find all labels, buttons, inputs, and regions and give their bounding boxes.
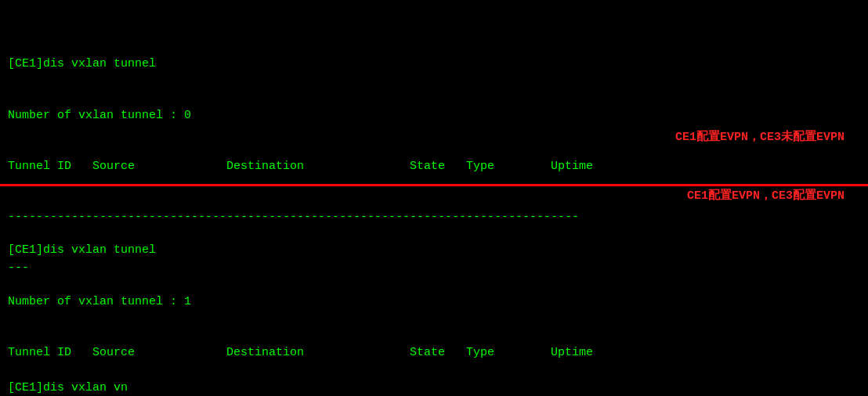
line-2: Number of vxlan tunnel : 0 <box>8 107 860 124</box>
annotation-bottom: CE1配置EVPN，CE3配置EVPN <box>687 188 844 203</box>
line-14: Number of vxlan tunnel : 1 <box>8 293 615 311</box>
line-13: [CE1]dis vxlan tunnel <box>8 242 615 259</box>
line-3: Tunnel ID Source Destination State Type … <box>8 158 860 175</box>
terminal-bottom: [CE1]dis vxlan tunnel Number of vxlan tu… <box>0 186 623 396</box>
line-15: Tunnel ID Source Destination State Type … <box>8 344 615 362</box>
line-1: [CE1]dis vxlan tunnel <box>8 56 860 73</box>
annotation-top: CE1配置EVPN，CE3未配置EVPN <box>675 129 844 144</box>
